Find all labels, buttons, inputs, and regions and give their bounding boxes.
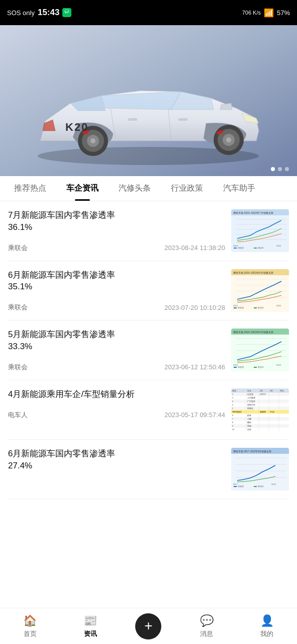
news-title-5: 6月新能源车国内零售渗透率 27.4% (8, 448, 225, 472)
tab-policy[interactable]: 行业政策 (161, 176, 213, 201)
nav-add-button[interactable]: + (135, 613, 161, 639)
news-item-2[interactable]: 6月新能源车国内零售渗透率 35.1% 乘联会 2023-07-20 10:10… (8, 261, 289, 321)
news-meta-2: 乘联会 2023-07-20 10:10:28 (8, 303, 225, 312)
news-thumb-3: 乘联市场-2019~2023年5月销量走势 2019 2023 新能源 燃油车 (231, 329, 289, 371)
svg-text:3: 3 (232, 400, 233, 403)
dot-3 (285, 167, 289, 171)
hero-banner[interactable]: K20 (0, 25, 297, 176)
news-content-1: 7月新能源车国内零售渗透率 36.1% 乘联会 2023-08-24 11:38… (8, 209, 225, 253)
svg-text:燃油车: 燃油车 (258, 366, 264, 368)
news-content-5: 6月新能源车国内零售渗透率 27.4% (8, 448, 225, 482)
message-icon: 💬 (200, 614, 214, 627)
svg-text:乘联市场-2019~2023年6月销量走势: 乘联市场-2019~2023年6月销量走势 (233, 271, 273, 274)
svg-text:2023: 2023 (276, 245, 281, 247)
news-date-4: 2023-05-17 09:57:44 (164, 411, 225, 419)
tab-assistant[interactable]: 汽车助手 (213, 176, 265, 201)
svg-rect-69 (231, 424, 289, 428)
svg-text:新能源: 新能源 (238, 485, 244, 488)
news-content-2: 6月新能源车国内零售渗透率 35.1% 乘联会 2023-07-20 10:10… (8, 269, 225, 312)
news-meta-4: 电车人 2023-05-17 09:57:44 (8, 411, 225, 420)
nav-profile[interactable]: 👤 我的 (252, 610, 282, 642)
svg-text:新能源: 新能源 (238, 306, 244, 309)
news-content-3: 5月新能源车国内零售渗透率 33.3% 乘联会 2023-06-12 12:50… (8, 329, 225, 372)
svg-text:4月: 4月 (260, 389, 263, 392)
svg-text:10: 10 (232, 429, 234, 431)
svg-text:乘联市场-2019~2023年7月销量走势: 乘联市场-2019~2023年7月销量走势 (233, 211, 273, 214)
svg-rect-55 (254, 367, 257, 368)
svg-text:环比: 环比 (280, 389, 284, 392)
svg-rect-66 (231, 414, 289, 417)
news-title-2: 6月新能源车国内零售渗透率 35.1% (8, 269, 225, 293)
svg-text:2023: 2023 (276, 304, 281, 307)
svg-rect-14 (128, 118, 137, 121)
wechat-icon (62, 8, 71, 17)
svg-text:新能源: 新能源 (238, 366, 244, 368)
news-date-1: 2023-08-24 11:38:20 (164, 244, 225, 252)
svg-text:排名: 排名 (232, 389, 236, 392)
news-date-3: 2023-06-12 12:50:46 (164, 363, 225, 371)
nav-profile-label: 我的 (260, 629, 273, 638)
svg-text:77.15: 77.15 (270, 411, 274, 413)
svg-rect-64 (231, 407, 289, 410)
svg-point-9 (226, 137, 231, 142)
svg-rect-104 (231, 448, 289, 491)
svg-text:4: 4 (232, 404, 233, 406)
news-thumb-2: 乘联市场-2019~2023年6月销量走势 2019 2023 新能源 燃油车 (231, 269, 289, 312)
svg-text:燃油车: 燃油车 (258, 485, 264, 488)
svg-rect-68 (231, 421, 289, 424)
svg-text:7: 7 (232, 418, 233, 420)
svg-text:TOP10合计: TOP10合计 (232, 411, 242, 413)
news-thumb-5: 乘联市场 2017~2022年6月销量走势 2017 2022 新能源 燃油车 (231, 448, 289, 491)
status-time: 15:43 (38, 8, 59, 18)
tab-repair[interactable]: 汽修头条 (109, 176, 161, 201)
svg-text:2022: 2022 (271, 483, 276, 486)
svg-rect-29 (254, 248, 257, 249)
svg-text:小鹏: 小鹏 (247, 418, 251, 420)
news-meta-1: 乘联会 2023-08-24 11:38:20 (8, 244, 225, 253)
svg-rect-67 (231, 417, 289, 421)
svg-text:新能源: 新能源 (238, 247, 244, 249)
nav-news-label: 资讯 (84, 629, 97, 638)
status-bar: SOS only 15:43 706 K/s 📶 57% (0, 0, 297, 25)
svg-rect-62 (231, 399, 289, 403)
svg-text:9: 9 (232, 425, 233, 427)
news-thumb-1: 乘联市场-2019~2023年7月销量走势 2019 2023 (231, 209, 289, 252)
svg-text:上汽集团: 上汽集团 (247, 396, 255, 399)
car-image: K20 (0, 25, 297, 176)
news-item-1[interactable]: 7月新能源车国内零售渗透率 36.1% 乘联会 2023-08-24 11:38… (8, 201, 289, 261)
svg-text:5: 5 (232, 408, 233, 410)
network-speed: 706 K/s (242, 10, 261, 16)
tab-hot[interactable]: 推荐热点 (4, 176, 56, 201)
news-source-1: 乘联会 (8, 244, 28, 253)
svg-rect-15 (178, 118, 187, 121)
nav-home[interactable]: 🏠 首页 (15, 610, 45, 642)
news-source-3: 乘联会 (8, 363, 28, 372)
tab-car-news[interactable]: 车企资讯 (56, 176, 109, 201)
news-content-4: 4月新能源乘用车企/车型销量分析 电车人 2023-05-17 09:57:44 (8, 388, 225, 420)
svg-text:比亚迪: 比亚迪 (247, 393, 253, 395)
news-item-5[interactable]: 6月新能源车国内零售渗透率 27.4% 乘联市场 2017~2022年6月销量走… (8, 440, 289, 499)
svg-text:车企: 车企 (247, 389, 251, 392)
nav-message-label: 消息 (200, 629, 213, 638)
svg-text:广汽埃安: 广汽埃安 (247, 400, 255, 403)
svg-text:2023: 2023 (276, 364, 281, 366)
news-item-3[interactable]: 5月新能源车国内零售渗透率 33.3% 乘联会 2023-06-12 12:50… (8, 320, 289, 380)
bottom-nav: 🏠 首页 📰 资讯 + 💬 消息 👤 我的 (0, 608, 297, 644)
svg-text:207070: 207070 (260, 393, 266, 395)
svg-rect-70 (231, 428, 289, 431)
sos-text: SOS only (7, 9, 35, 17)
nav-message[interactable]: 💬 消息 (191, 610, 222, 642)
svg-rect-40 (234, 307, 237, 308)
svg-point-13 (90, 138, 95, 143)
svg-rect-61 (231, 396, 289, 399)
news-title-3: 5月新能源车国内零售渗透率 33.3% (8, 329, 225, 353)
svg-text:理想汽车: 理想汽车 (247, 404, 255, 406)
news-item-4[interactable]: 4月新能源乘用车企/车型销量分析 电车人 2023-05-17 09:57:44 (8, 380, 289, 440)
svg-text:乘联市场-2019~2023年5月销量走势: 乘联市场-2019~2023年5月销量走势 (233, 331, 273, 334)
status-right: 706 K/s 📶 57% (242, 8, 290, 18)
dot-2 (278, 167, 282, 171)
svg-rect-42 (254, 307, 257, 308)
nav-news[interactable]: 📰 资讯 (75, 610, 106, 642)
svg-text:3月: 3月 (270, 389, 273, 392)
profile-icon: 👤 (260, 614, 274, 627)
